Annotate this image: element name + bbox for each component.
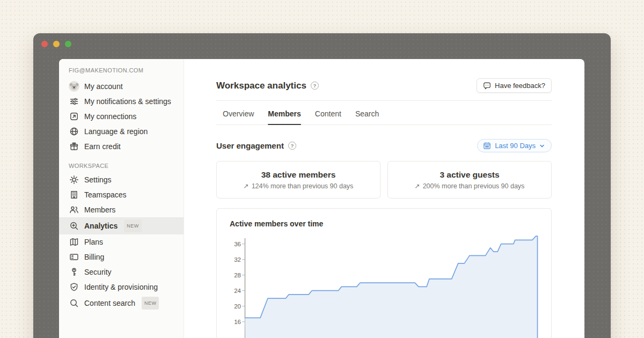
- map-icon: [69, 237, 79, 247]
- sliders-icon: [69, 96, 79, 107]
- sidebar-item-my-connections[interactable]: My connections: [59, 109, 184, 124]
- settings-sidebar: FIG@MAKENOTION.COM My accountMy notifica…: [59, 59, 184, 338]
- people-icon: [69, 204, 79, 215]
- tab-search[interactable]: Search: [355, 106, 379, 124]
- sidebar-item-label: My connections: [84, 111, 136, 122]
- shield-check-icon: [69, 282, 79, 292]
- new-badge: NEW: [142, 297, 159, 310]
- active-guests-stat-card: 3 active guests ↗ 200% more than previou…: [387, 161, 552, 199]
- trend-up-icon: ↗: [415, 182, 420, 190]
- sidebar-item-label: Members: [84, 204, 115, 215]
- sidebar-item-analytics[interactable]: AnalyticsNEW: [59, 217, 184, 234]
- key-icon: [69, 267, 79, 277]
- new-badge: NEW: [124, 219, 142, 232]
- sidebar-item-language-region[interactable]: Language & region: [59, 124, 184, 139]
- sidebar-item-teamspaces[interactable]: Teamspaces: [59, 187, 184, 202]
- sidebar-item-label: Analytics: [84, 221, 118, 231]
- svg-text:24: 24: [234, 288, 241, 294]
- building-icon: [69, 189, 79, 200]
- sidebar-item-label: Language & region: [84, 126, 148, 137]
- have-feedback-label: Have feedback?: [495, 82, 545, 90]
- sidebar-item-settings[interactable]: Settings: [59, 172, 184, 187]
- chevron-down-icon: [539, 143, 545, 149]
- sidebar-item-label: Earn credit: [84, 141, 121, 152]
- magnifier-plus-icon: [69, 221, 79, 231]
- page-title: Workspace analytics: [216, 80, 306, 91]
- active-members-stat-card: 38 active members ↗ 124% more than previ…: [216, 161, 380, 199]
- sidebar-item-earn-credit[interactable]: Earn credit: [59, 139, 184, 154]
- app-window: FIG@MAKENOTION.COM My accountMy notifica…: [33, 33, 611, 338]
- tab-members[interactable]: Members: [268, 106, 301, 124]
- traffic-light-zoom[interactable]: [65, 41, 71, 47]
- traffic-light-close[interactable]: [41, 41, 48, 47]
- chart-title: Active members over time: [230, 219, 551, 228]
- svg-text:16: 16: [234, 319, 241, 325]
- svg-text:28: 28: [234, 272, 241, 278]
- active-members-change: ↗ 124% more than previous 90 days: [244, 182, 354, 190]
- svg-text:32: 32: [234, 256, 241, 263]
- active-guests-value: 3 active guests: [440, 170, 499, 180]
- header-divider: [216, 100, 552, 101]
- trend-up-icon: ↗: [244, 182, 249, 190]
- gear-icon: [69, 174, 79, 185]
- active-members-chart: 162024283236: [230, 235, 551, 338]
- sidebar-item-label: Plans: [84, 237, 103, 247]
- help-icon[interactable]: ?: [311, 82, 319, 90]
- section-title: User engagement: [216, 141, 284, 150]
- sidebar-item-label: Security: [84, 267, 112, 277]
- sidebar-item-security[interactable]: Security: [59, 264, 184, 280]
- window-controls: [41, 41, 71, 47]
- analytics-tabs: OverviewMembersContentSearch: [216, 106, 552, 125]
- sidebar-item-label: Content search: [84, 298, 135, 308]
- sidebar-workspace-section: SettingsTeamspacesMembersAnalyticsNEWPla…: [59, 172, 184, 312]
- settings-modal: FIG@MAKENOTION.COM My accountMy notifica…: [59, 59, 584, 338]
- sidebar-item-label: Teamspaces: [84, 189, 127, 200]
- main-panel: Workspace analytics ? Have feedback?: [184, 59, 584, 338]
- tab-content[interactable]: Content: [315, 106, 341, 124]
- sidebar-item-label: My notifications & settings: [84, 96, 171, 107]
- date-range-label: Last 90 Days: [495, 142, 536, 150]
- traffic-light-minimize[interactable]: [53, 41, 60, 47]
- credit-card-icon: [69, 252, 79, 262]
- arrow-up-right-box-icon: [69, 111, 79, 122]
- sidebar-item-plans[interactable]: Plans: [59, 234, 184, 249]
- engagement-help-icon[interactable]: ?: [288, 142, 296, 150]
- sidebar-item-billing[interactable]: Billing: [59, 249, 184, 264]
- sidebar-item-label: Settings: [84, 174, 112, 185]
- sidebar-item-my-account[interactable]: My account: [59, 79, 184, 94]
- sidebar-item-label: My account: [84, 81, 123, 92]
- active-members-value: 38 active members: [261, 170, 336, 180]
- page-background: { "window": { "traffic_lights": [ { "nam…: [0, 0, 644, 338]
- avatar-icon: [69, 81, 79, 92]
- have-feedback-button[interactable]: Have feedback?: [477, 78, 552, 93]
- sidebar-item-label: Identity & provisioning: [84, 282, 158, 292]
- magnifier-icon: [69, 298, 79, 308]
- calendar-icon: [483, 142, 491, 150]
- svg-text:20: 20: [234, 303, 241, 310]
- globe-icon: [69, 126, 79, 137]
- svg-text:36: 36: [234, 241, 241, 247]
- tab-overview[interactable]: Overview: [223, 106, 254, 124]
- sidebar-account-section: My accountMy notifications & settingsMy …: [59, 79, 184, 154]
- sidebar-item-my-notifications-settings[interactable]: My notifications & settings: [59, 94, 184, 109]
- active-guests-change: ↗ 200% more than previous 90 days: [415, 182, 525, 190]
- feedback-bubble-icon: [483, 82, 491, 90]
- sidebar-item-identity-provisioning[interactable]: Identity & provisioning: [59, 280, 184, 295]
- members-chart-card: Active members over time 162024283236: [216, 208, 552, 338]
- sidebar-item-members[interactable]: Members: [59, 202, 184, 217]
- gift-icon: [69, 141, 79, 152]
- workspace-section-label: WORKSPACE: [59, 163, 184, 169]
- sidebar-item-content-search[interactable]: Content searchNEW: [59, 295, 184, 312]
- sidebar-item-label: Billing: [84, 252, 104, 262]
- date-range-dropdown[interactable]: Last 90 Days: [477, 139, 552, 152]
- account-email-label: FIG@MAKENOTION.COM: [59, 67, 184, 74]
